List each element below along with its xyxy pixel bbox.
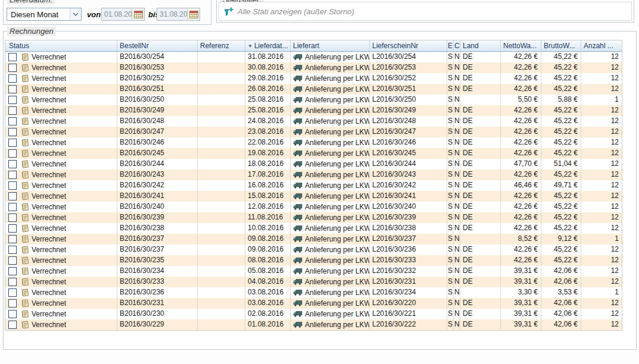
lieferdatum-cell: 08.08.2016 — [245, 255, 291, 266]
nettowarenwert-cell: 39,31 € — [501, 298, 541, 309]
column-header-e[interactable]: E — [447, 40, 454, 51]
land-cell: DE — [460, 298, 501, 309]
row-checkbox[interactable] — [8, 278, 17, 286]
lieferdatum-cell: 12.08.2016 — [245, 202, 291, 212]
table-row[interactable]: Verrechnet B2016/30/240 12.08.2016 Anlie… — [5, 202, 622, 212]
row-checkbox[interactable] — [8, 214, 17, 222]
calendar-icon[interactable] — [132, 9, 144, 20]
statusfilter-panel[interactable]: Alle Stati anzeigen (außer Storno) — [219, 2, 632, 21]
column-header-lieferart[interactable]: Lieferart — [291, 40, 370, 51]
status-cell: Verrechnet — [5, 255, 117, 266]
column-header-land[interactable]: Land — [460, 40, 501, 51]
row-checkbox[interactable] — [8, 246, 17, 254]
lieferdatum-cell: 23.08.2016 — [245, 127, 291, 137]
row-checkbox[interactable] — [8, 181, 17, 190]
row-checkbox[interactable] — [8, 128, 17, 136]
row-checkbox[interactable] — [8, 321, 17, 329]
row-checkbox[interactable] — [8, 74, 17, 83]
row-checkbox[interactable] — [8, 267, 17, 275]
row-checkbox[interactable] — [8, 64, 17, 72]
row-checkbox[interactable] — [8, 288, 17, 297]
table-row[interactable]: Verrechnet B2016/30/244 18.08.2016 Anlie… — [5, 159, 622, 170]
table-row[interactable]: Verrechnet B2016/30/249 25.08.2016 Anlie… — [5, 105, 622, 116]
row-checkbox[interactable] — [8, 310, 17, 318]
row-checkbox[interactable] — [8, 117, 17, 125]
table-row[interactable]: Verrechnet B2016/30/231 03.08.2016 Anlie… — [5, 298, 622, 309]
c-cell: N — [454, 84, 460, 95]
truck-icon — [293, 246, 303, 253]
e-cell: S — [447, 244, 454, 255]
row-checkbox[interactable] — [8, 53, 17, 61]
lieferscheinnr-cell: L2016/30/249 — [370, 105, 447, 116]
column-header-lieferscheinnr[interactable]: LieferscheinNr — [370, 40, 447, 51]
table-row[interactable]: Verrechnet B2016/30/254 31.08.2016 Anlie… — [5, 52, 622, 62]
lieferart-label: Anlieferung per LKW — [305, 192, 369, 202]
row-checkbox[interactable] — [8, 235, 17, 243]
bruttowarenwert-cell: 42,06 € — [541, 309, 581, 319]
table-row[interactable]: Verrechnet B2016/30/237 09.08.2016 Anlie… — [5, 234, 622, 244]
referenz-cell — [198, 127, 245, 137]
bruttowarenwert-cell: 42,06 € — [541, 266, 581, 277]
row-checkbox[interactable] — [8, 224, 17, 233]
table-row[interactable]: Verrechnet B2016/30/239 11.08.2016 Anlie… — [5, 212, 622, 223]
chevron-down-icon[interactable] — [70, 8, 81, 20]
row-checkbox[interactable] — [8, 96, 17, 104]
row-checkbox[interactable] — [8, 160, 17, 168]
row-checkbox[interactable] — [8, 203, 17, 211]
column-header-bruttowarenwert[interactable]: BruttoW... — [541, 40, 581, 51]
row-checkbox[interactable] — [8, 192, 17, 200]
column-header-nettowarenwert[interactable]: NettoWa... — [501, 40, 541, 51]
column-header-referenz[interactable]: Referenz — [198, 40, 245, 51]
table-row[interactable]: Verrechnet B2016/30/235 08.08.2016 Anlie… — [5, 255, 622, 266]
calendar-icon[interactable] — [187, 9, 200, 20]
row-checkbox[interactable] — [8, 139, 17, 147]
table-row[interactable]: Verrechnet B2016/30/237 09.08.2016 Anlie… — [5, 244, 622, 255]
row-checkbox[interactable] — [8, 85, 17, 93]
column-header-label: Lieferart — [293, 42, 319, 50]
lieferscheinnr-cell: L2016/30/232 — [370, 266, 447, 277]
row-checkbox[interactable] — [8, 256, 17, 265]
von-date-field[interactable]: 01.08.2016 — [101, 8, 145, 21]
nettowarenwert-cell: 5,50 € — [501, 95, 541, 105]
column-header-anzahl[interactable]: Anzahl ... — [581, 40, 622, 51]
table-row[interactable]: Verrechnet B2016/30/251 26.08.2016 Anlie… — [5, 84, 622, 95]
status-label: Verrechnet — [32, 149, 66, 159]
column-header-c[interactable]: C — [454, 40, 460, 51]
row-checkbox[interactable] — [8, 171, 17, 179]
column-header-status[interactable]: Status — [5, 40, 117, 51]
table-row[interactable]: Verrechnet B2016/30/247 23.08.2016 Anlie… — [5, 127, 622, 137]
bestellnr-cell: B2016/30/248 — [117, 116, 198, 127]
table-row[interactable]: Verrechnet B2016/30/245 19.08.2016 Anlie… — [5, 148, 622, 159]
table-row[interactable]: Verrechnet B2016/30/230 02.08.2016 Anlie… — [5, 309, 622, 319]
lieferart-label: Anlieferung per LKW — [305, 224, 369, 234]
table-row[interactable]: Verrechnet B2016/30/253 30.08.2016 Anlie… — [5, 62, 622, 73]
table-row[interactable]: Verrechnet B2016/30/242 16.08.2016 Anlie… — [5, 180, 622, 191]
column-header-lieferdatum[interactable]: ▼Lieferdat... — [245, 40, 291, 51]
bestellnr-cell: B2016/30/249 — [117, 105, 198, 116]
row-checkbox[interactable] — [8, 299, 17, 307]
referenz-cell — [198, 148, 245, 159]
status-cell: Verrechnet — [5, 116, 117, 127]
table-row[interactable]: Verrechnet B2016/30/248 24.08.2016 Anlie… — [5, 116, 622, 127]
table-row[interactable]: Verrechnet B2016/30/252 29.08.2016 Anlie… — [5, 73, 622, 84]
period-select[interactable]: Diesen Monat — [7, 8, 82, 21]
table-row[interactable]: Verrechnet B2016/30/233 04.08.2016 Anlie… — [5, 277, 622, 287]
table-row[interactable]: Verrechnet B2016/30/250 25.08.2016 Anlie… — [5, 95, 622, 105]
bis-date-field[interactable]: 31.08.2016 — [157, 8, 200, 21]
table-row[interactable]: Verrechnet B2016/30/238 10.08.2016 Anlie… — [5, 223, 622, 234]
column-header-bestellnr[interactable]: BestellNr — [117, 40, 198, 51]
table-row[interactable]: Verrechnet B2016/30/236 03.08.2016 Anlie… — [5, 287, 622, 298]
row-checkbox[interactable] — [8, 149, 17, 158]
row-checkbox[interactable] — [8, 106, 17, 115]
table-row[interactable]: Verrechnet B2016/30/234 05.08.2016 Anlie… — [5, 266, 622, 277]
lieferscheinnr-cell: L2016/30/245 — [370, 148, 447, 159]
table-row[interactable]: Verrechnet B2016/30/246 22.08.2016 Anlie… — [5, 137, 622, 148]
truck-icon — [293, 75, 303, 82]
table-row[interactable]: Verrechnet B2016/30/243 17.08.2016 Anlie… — [5, 170, 622, 180]
truck-icon — [293, 321, 303, 328]
table-row[interactable]: Verrechnet B2016/30/229 01.08.2016 Anlie… — [5, 319, 622, 330]
invoice-icon — [21, 181, 29, 190]
lieferart-cell: Anlieferung per LKW — [291, 309, 370, 319]
lieferscheinnr-cell: L2016/30/238 — [370, 223, 447, 234]
table-row[interactable]: Verrechnet B2016/30/241 15.08.2016 Anlie… — [5, 191, 622, 202]
